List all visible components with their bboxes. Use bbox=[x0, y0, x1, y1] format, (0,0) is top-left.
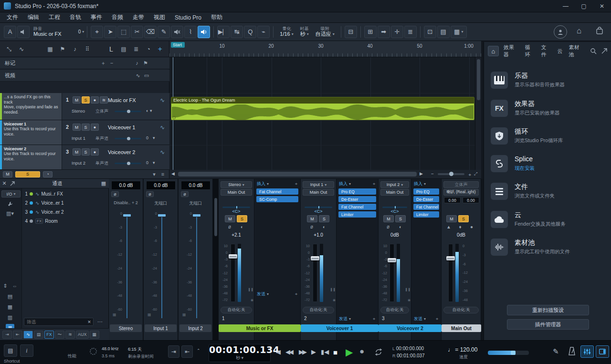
edit-pencil-icon[interactable]: ✎ bbox=[553, 347, 559, 356]
bend-tool[interactable]: ⌇ bbox=[184, 26, 197, 38]
list-options-icon[interactable]: ≡ bbox=[158, 170, 167, 178]
performance-gauge-icon[interactable] bbox=[90, 348, 97, 355]
next-marker-button[interactable]: ▶ bbox=[311, 348, 316, 355]
menu-view[interactable]: 视图 bbox=[149, 12, 170, 23]
channel-name-label[interactable]: Stereo bbox=[110, 324, 142, 332]
mute-button[interactable]: M bbox=[225, 215, 235, 222]
output-device-select[interactable]: 喇叭 (Real..ight) bbox=[443, 189, 479, 196]
home-icon[interactable]: ⌂ bbox=[577, 26, 581, 36]
banks-icon[interactable]: ▤ bbox=[6, 292, 14, 300]
wave-icon[interactable]: ∿ bbox=[134, 72, 142, 79]
clip-gain-handle[interactable] bbox=[172, 116, 176, 119]
pointer-tool-icon[interactable]: ⤡ bbox=[4, 44, 14, 54]
vertical-scrollbar[interactable] bbox=[475, 57, 481, 170]
input-select[interactable]: Input 2▾ bbox=[380, 181, 409, 188]
channel-list-row[interactable]: 4 FX Room bbox=[22, 217, 108, 226]
track-row-music[interactable]: ...s a Sound FX go on this track Move, c… bbox=[0, 93, 169, 120]
zoom-slider[interactable] bbox=[438, 173, 464, 175]
marker-track-row[interactable]: 标记 ＋ − ♪ ⚑ bbox=[0, 57, 169, 69]
group-icon[interactable]: ≣ bbox=[131, 44, 141, 54]
fader-value[interactable]: +1.0 bbox=[301, 232, 336, 238]
bank-prev-icon[interactable]: ⇤ bbox=[13, 331, 22, 339]
quantize-dropdown[interactable]: 量化 1/16▾ bbox=[280, 26, 293, 37]
plugin-manager-button[interactable]: 插件管理器 bbox=[507, 319, 589, 330]
output-select[interactable]: Main Out bbox=[303, 189, 334, 196]
insert-slot[interactable]: Fat Channel bbox=[338, 204, 376, 210]
track-list-icon[interactable]: ▤ bbox=[118, 44, 129, 54]
fader-track[interactable] bbox=[161, 217, 162, 318]
channel-label-music[interactable]: Music or FX bbox=[219, 324, 301, 332]
track-arm-button[interactable]: ● bbox=[91, 124, 99, 131]
video-track-row[interactable]: 视频 ∿ ▭ bbox=[0, 70, 169, 82]
fader-handle[interactable] bbox=[311, 256, 319, 260]
track-solo-button[interactable]: S bbox=[82, 124, 90, 131]
mute-speaker-icon[interactable] bbox=[17, 26, 30, 38]
zoom-out-icon[interactable]: − bbox=[431, 171, 434, 177]
fader-track[interactable] bbox=[126, 217, 127, 318]
phase-button[interactable]: ø bbox=[181, 191, 189, 197]
port-label[interactable]: Disable.. + 2 bbox=[109, 200, 143, 205]
solo-button[interactable]: S bbox=[395, 215, 406, 222]
rewind-button[interactable]: ◀◀ bbox=[285, 348, 292, 355]
pan-value[interactable]: <C> bbox=[379, 209, 411, 214]
prev-marker-button[interactable]: ◀ bbox=[276, 348, 281, 355]
track-input-select[interactable]: Input 2 bbox=[72, 160, 85, 166]
menu-studio-pro[interactable]: Studio Pro bbox=[170, 12, 206, 23]
channel-label-voiceover1[interactable]: Voiceover 1 bbox=[301, 324, 379, 332]
master-mute-button[interactable]: M bbox=[3, 171, 12, 177]
pad-mode-icon[interactable]: ⊡ bbox=[424, 26, 436, 38]
wrench-icon[interactable] bbox=[6, 200, 14, 208]
clip-waveform[interactable] bbox=[171, 104, 474, 120]
meter-hold-icon[interactable]: ❚❚ bbox=[405, 288, 411, 291]
pan-value[interactable]: <C> bbox=[219, 209, 254, 214]
channel-label-main-out[interactable]: Main Out bbox=[442, 324, 481, 332]
menu-audio[interactable]: 音频 bbox=[107, 12, 128, 23]
io-toggle-button[interactable]: I/O▾ bbox=[1, 190, 21, 198]
mono-icon[interactable]: ◐ bbox=[397, 224, 404, 230]
pan-caret-icon[interactable]: ▾ bbox=[153, 160, 155, 165]
add-send-icon[interactable]: ＋ bbox=[435, 316, 439, 322]
track-arm-button[interactable]: ● bbox=[91, 96, 99, 104]
fader-handle[interactable] bbox=[123, 214, 131, 217]
browser-tab-files[interactable]: 文件 bbox=[541, 44, 551, 58]
bus-bank-icon[interactable]: 〜 bbox=[55, 331, 64, 339]
insert-slot[interactable]: De-Esser bbox=[338, 196, 376, 202]
clock-icon[interactable]: ◔ bbox=[143, 44, 154, 54]
audio-clip[interactable]: Electric Loop - The Ogun Dream bbox=[171, 97, 474, 120]
gain-display[interactable]: 0.0 dB bbox=[181, 181, 211, 190]
autoscroll-follow-icon[interactable]: ➡ bbox=[378, 26, 390, 38]
fader-handle[interactable] bbox=[446, 256, 455, 260]
loop-end-time[interactable]: 00:01:00.037 bbox=[397, 353, 424, 358]
port-label[interactable]: 无端口 bbox=[144, 200, 178, 207]
phase-icon[interactable]: ø bbox=[385, 224, 391, 230]
add-track-button[interactable]: ＋ bbox=[155, 44, 165, 54]
track-note[interactable]: ...s a Sound FX go on this track Move, c… bbox=[0, 93, 62, 120]
main-value-left[interactable]: 0.00 bbox=[444, 197, 461, 203]
punch-icon[interactable]: ⇤ bbox=[181, 345, 193, 358]
film-icon[interactable]: ▭ bbox=[142, 72, 151, 79]
solo-button[interactable]: S bbox=[319, 215, 329, 222]
browser-tab-pool[interactable]: 素材池 bbox=[569, 44, 584, 58]
scroll-left-icon[interactable]: ◀ bbox=[171, 171, 175, 176]
arrangement-area[interactable]: Electric Loop - The Ogun Dream bbox=[169, 57, 481, 170]
track-row-voiceover2[interactable]: Voiceover 2 Use this Track to record you… bbox=[0, 145, 169, 170]
pan-slider[interactable] bbox=[305, 207, 332, 208]
play-button[interactable]: ▶ bbox=[346, 346, 353, 358]
macro-bar-icon[interactable]: ⊟ bbox=[345, 26, 357, 38]
user-avatar[interactable] bbox=[554, 25, 567, 39]
vertical-scrollbar-thumb[interactable] bbox=[477, 59, 480, 100]
quantize-q-icon[interactable]: Q bbox=[244, 26, 256, 38]
listen-tool[interactable] bbox=[198, 26, 210, 38]
timestretch-icon[interactable]: ↹ bbox=[231, 26, 243, 38]
crosshair-icon[interactable]: ✛ bbox=[391, 26, 403, 38]
split-tool[interactable]: ✂ bbox=[131, 26, 143, 38]
browser-toggle-button[interactable] bbox=[596, 345, 609, 358]
pan-slider[interactable] bbox=[382, 207, 407, 208]
tempo-display[interactable]: ♩ = 120.00 bbox=[448, 346, 477, 353]
browser-search-icon[interactable] bbox=[590, 48, 597, 54]
horizontal-scrollbar-thumb[interactable] bbox=[178, 172, 417, 177]
browser-tab-cloud[interactable]: 云 bbox=[558, 48, 563, 55]
automation-mode-button[interactable]: 自动化:关 bbox=[221, 307, 252, 313]
track-layout-icon[interactable]: ⊞ bbox=[364, 26, 377, 38]
browser-item-instruments[interactable]: 乐器 显示乐器和音符效果器 bbox=[484, 71, 611, 95]
